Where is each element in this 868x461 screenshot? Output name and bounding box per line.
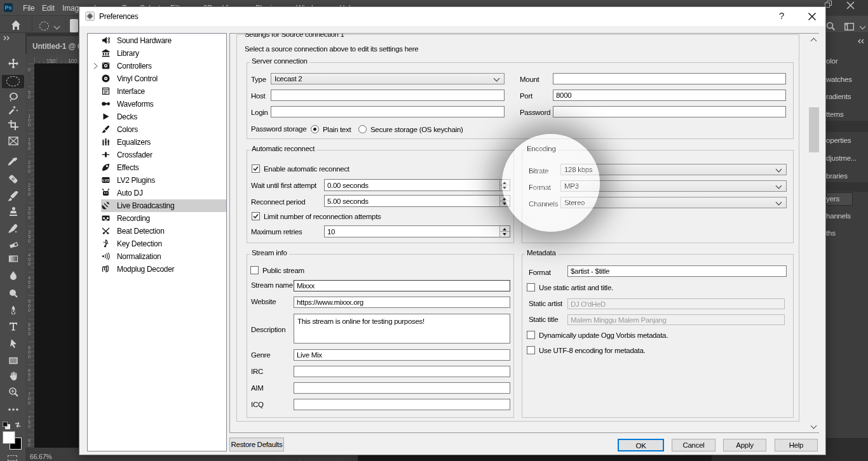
svg-text:LV2: LV2 — [102, 178, 109, 182]
